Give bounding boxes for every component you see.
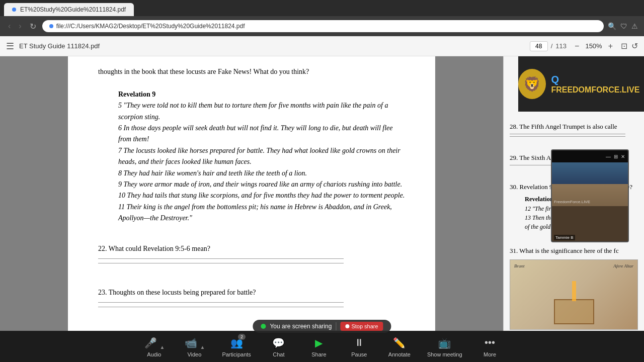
answer-line-22b bbox=[98, 263, 344, 263]
chat-label: Chat bbox=[273, 351, 284, 357]
verse-5: 5 "They were told not to kill them but t… bbox=[118, 100, 405, 123]
pdf-page: thoughts in the book that these locusts … bbox=[68, 56, 435, 331]
section-title: Revelation 9 bbox=[118, 89, 405, 100]
pause-button[interactable]: ⏸ Pause bbox=[347, 336, 372, 357]
main-content: thoughts in the book that these locusts … bbox=[0, 56, 644, 331]
video-arrow: ▲ bbox=[200, 344, 205, 350]
video-label: Video bbox=[187, 351, 201, 357]
nav-back-button[interactable]: ‹ bbox=[6, 20, 13, 33]
participants-icon: 👥 2 bbox=[229, 336, 244, 350]
address-bar[interactable]: file:///C:/Users/KMAG2/Desktop/ET%20Stud… bbox=[42, 20, 604, 32]
audio-button[interactable]: 🎤 ▲ Audio bbox=[141, 336, 167, 357]
audio-label: Audio bbox=[147, 351, 161, 357]
active-tab[interactable]: ET%20Study%20Guide%20111824.pdf bbox=[4, 3, 134, 16]
altar-table bbox=[554, 299, 594, 324]
altar-flame bbox=[572, 281, 576, 301]
screen-sharing-bar: You are screen sharing Stop share bbox=[253, 320, 391, 333]
answer-line-22a bbox=[98, 258, 344, 259]
pdf-wrapper[interactable]: thoughts in the book that these locusts … bbox=[0, 56, 503, 331]
tab-title: ET%20Study%20Guide%20111824.pdf bbox=[20, 6, 126, 13]
share-icon: ▶ bbox=[312, 336, 326, 350]
tab-favicon bbox=[12, 8, 16, 12]
camera-icon: 📹 bbox=[184, 336, 198, 350]
audio-button-group: 🎤 ▲ bbox=[143, 336, 165, 350]
video-button[interactable]: 📹 ▲ Video bbox=[182, 336, 207, 357]
answer-line-23a bbox=[98, 302, 344, 303]
video-grid-button[interactable]: ⊞ bbox=[614, 154, 618, 159]
nav-forward-button[interactable]: › bbox=[17, 20, 23, 33]
verse-9: 9 They wore armor made of iron, and thei… bbox=[118, 179, 405, 190]
share-label: Share bbox=[311, 351, 326, 357]
show-meeting-button[interactable]: 📺 Show meeting bbox=[427, 336, 462, 357]
pause-icon: ⏸ bbox=[352, 336, 366, 350]
verse-7: 7 The locusts looked like horses prepare… bbox=[118, 145, 405, 168]
video-overlay: — ⊞ ✕ FreedomForce.LIVE Tammie B bbox=[551, 149, 629, 242]
stop-share-button[interactable]: Stop share bbox=[340, 322, 383, 331]
browser-tabs: ET%20Study%20Guide%20111824.pdf bbox=[0, 0, 644, 16]
more-icon: ••• bbox=[483, 336, 497, 350]
stop-share-label: Stop share bbox=[351, 323, 378, 329]
verse-8: 8 They had hair like women's hair and te… bbox=[118, 168, 405, 179]
secure-icon bbox=[49, 24, 53, 28]
nav-icons: 🔍 🛡 ⚠ bbox=[608, 22, 638, 30]
more-button[interactable]: ••• More bbox=[477, 336, 503, 357]
video-watermark-text: FreedomForce.LIVE bbox=[554, 200, 590, 204]
right-panel-line-28a bbox=[510, 134, 625, 134]
right-panel: 🦁 Q FREEDOMFORCE.LIVE — ⊞ ✕ FreedomForce… bbox=[503, 56, 644, 331]
right-panel-q28: 28. The Fifth Angel Trumpet is also call… bbox=[510, 122, 638, 132]
zoom-level: 150% bbox=[585, 42, 602, 50]
verse-6: 6 In those days people will seek death b… bbox=[118, 123, 405, 145]
intro-paragraph: thoughts in the book that these locusts … bbox=[98, 66, 405, 77]
video-button-group: 📹 ▲ bbox=[184, 336, 205, 350]
shield-icon[interactable]: 🛡 bbox=[620, 22, 627, 30]
share-button[interactable]: ▶ Share bbox=[306, 336, 332, 357]
logo-text: Q FREEDOMFORCE.LIVE bbox=[551, 74, 644, 95]
logo-name: FREEDOMFORCE.LIVE bbox=[551, 85, 639, 94]
participants-button[interactable]: 👥 2 Participants bbox=[222, 336, 251, 357]
sidebar-toggle-button[interactable]: ☰ bbox=[6, 41, 14, 52]
more-label: More bbox=[484, 351, 496, 357]
sharing-dot bbox=[261, 324, 266, 329]
participants-badge: 2 bbox=[238, 334, 246, 340]
pdf-zoom-controls: − 150% + bbox=[572, 41, 616, 52]
zoom-out-button[interactable]: − bbox=[572, 41, 582, 52]
video-secondary-person: Tammie B bbox=[552, 206, 628, 241]
search-icon[interactable]: 🔍 bbox=[608, 22, 616, 30]
sharing-divider bbox=[336, 322, 336, 330]
chat-button[interactable]: 💬 Chat bbox=[266, 336, 291, 357]
logo-icon: 🦁 bbox=[518, 69, 546, 99]
logo-overlay: 🦁 Q FREEDOMFORCE.LIVE bbox=[518, 56, 644, 112]
stop-icon bbox=[345, 324, 349, 328]
chat-icon: 💬 bbox=[272, 336, 286, 350]
sharing-text: You are screen sharing bbox=[270, 323, 332, 330]
question-22: 22. What could Revelation 9:5-6 mean? bbox=[98, 243, 405, 254]
question-23: 23. Thoughts on these locusts being prep… bbox=[98, 287, 405, 298]
pdf-page-controls: / 113 bbox=[530, 41, 567, 51]
nav-reload-button[interactable]: ↻ bbox=[28, 20, 38, 33]
page-separator: / bbox=[551, 42, 553, 50]
annotate-label: Annotate bbox=[388, 351, 411, 357]
logo-q: Q bbox=[551, 74, 559, 85]
rotate-icon[interactable]: ↺ bbox=[631, 41, 638, 51]
right-panel-line-28b bbox=[510, 136, 625, 137]
pdf-toolbar: ☰ ET Study Guide 111824.pdf / 113 − 150%… bbox=[0, 36, 644, 56]
pdf-view-icons: ⊡ ↺ bbox=[621, 41, 638, 51]
zoom-in-button[interactable]: + bbox=[605, 41, 616, 52]
show-meeting-label: Show meeting bbox=[427, 351, 462, 357]
video-person-label: Tammie B bbox=[554, 235, 575, 240]
microphone-icon: 🎤 bbox=[143, 336, 157, 350]
altar-caption-right: Afere Altar bbox=[613, 263, 633, 270]
pdf-title: ET Study Guide 111824.pdf bbox=[19, 42, 525, 50]
annotate-icon: ✏️ bbox=[392, 336, 407, 350]
address-text: file:///C:/Users/KMAG2/Desktop/ET%20Stud… bbox=[56, 23, 245, 30]
page-number-input[interactable] bbox=[530, 41, 548, 51]
participants-label: Participants bbox=[222, 351, 251, 357]
zoom-toolbar: 🎤 ▲ Audio 📹 ▲ Video 👥 2 Participants 💬 C… bbox=[0, 331, 644, 362]
video-minimize-button[interactable]: — bbox=[606, 154, 611, 159]
alert-icon[interactable]: ⚠ bbox=[631, 22, 638, 30]
fit-page-icon[interactable]: ⊡ bbox=[621, 41, 627, 51]
video-close-button[interactable]: ✕ bbox=[621, 154, 625, 159]
altar-caption-left: Brant bbox=[514, 263, 525, 270]
annotate-button[interactable]: ✏️ Annotate bbox=[387, 336, 412, 357]
right-panel-q31: 31. What is the significance here of the… bbox=[510, 246, 638, 256]
